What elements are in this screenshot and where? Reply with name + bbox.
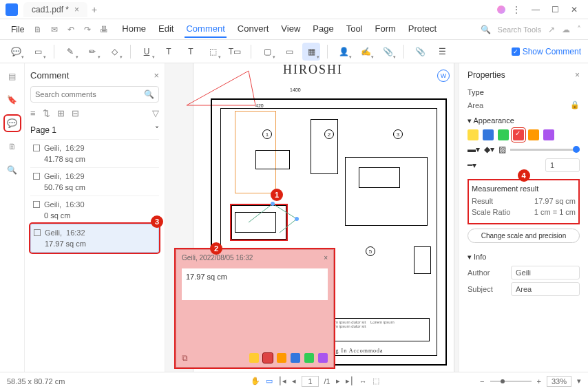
color-purple[interactable] [318, 353, 328, 363]
fit-width-icon[interactable]: ↔ [359, 377, 367, 385]
popup-copy-icon[interactable]: ⧉ [182, 353, 188, 363]
show-comment-toggle[interactable]: ✓ Show Comment [512, 47, 581, 56]
comment-item-2[interactable]: Geili,16:29 50.76 sq cm [30, 167, 159, 196]
mail-icon[interactable]: ✉ [48, 23, 61, 36]
eraser-tool[interactable]: ◇ [105, 43, 123, 61]
color-green[interactable] [304, 353, 314, 363]
attach-tool[interactable]: 📎 [379, 43, 397, 61]
stamp2-tool[interactable]: 👤 [335, 43, 353, 61]
text-tool[interactable]: T [182, 43, 200, 61]
redo-icon[interactable]: ↷ [81, 23, 94, 36]
author-input[interactable] [511, 266, 580, 279]
underline-tool[interactable]: U [138, 43, 156, 61]
pencil-tool[interactable]: ✏ [83, 43, 101, 61]
shape-tool[interactable]: ▢ [258, 43, 276, 61]
menu-tool[interactable]: Tool [345, 21, 364, 38]
opacity-icon[interactable]: ▨ [498, 145, 506, 154]
minimize-icon[interactable]: — [527, 5, 544, 14]
menu-comment[interactable]: Comment [185, 21, 226, 38]
color-blue[interactable] [291, 353, 300, 363]
comment-panel-icon[interactable]: 💬 [5, 116, 20, 131]
clip-icon[interactable]: 📎 [411, 43, 429, 61]
swatch-orange[interactable] [528, 129, 539, 140]
change-scale-button[interactable]: Change scale and precision [468, 229, 580, 243]
search-input[interactable] [35, 90, 144, 98]
swatch-purple[interactable] [543, 129, 554, 140]
color-orange[interactable] [277, 353, 286, 363]
cloud-icon[interactable]: ☁ [562, 25, 570, 34]
popup-close-icon[interactable]: × [324, 254, 328, 262]
comment-list-icon[interactable]: ☰ [433, 43, 451, 61]
collapse-icon[interactable]: ⊟ [72, 108, 79, 118]
swatch-blue[interactable] [483, 129, 494, 140]
next-page-icon[interactable]: ▸ [336, 377, 340, 385]
chevron-up-icon[interactable]: ˄ [577, 25, 581, 34]
highlight-tool[interactable]: ✎ [61, 43, 79, 61]
zoom-dropdown-icon[interactable]: ▾ [577, 377, 581, 385]
zoom-out-icon[interactable]: − [480, 377, 484, 385]
stamp-tool[interactable]: ▭ [280, 43, 298, 61]
search-tools-label[interactable]: Search Tools [498, 25, 541, 34]
search-icon[interactable]: 🔍 [481, 25, 491, 34]
sort-icon[interactable]: ≡ [30, 108, 36, 118]
thickness-input[interactable] [545, 158, 580, 172]
hand-tool-icon[interactable]: ✋ [251, 377, 260, 385]
textbox-tool[interactable]: ▭ [29, 43, 47, 61]
zoom-in-icon[interactable]: + [537, 377, 541, 385]
swatch-yellow[interactable] [468, 129, 479, 140]
prev-page-icon[interactable]: ◂ [292, 377, 296, 385]
lock-icon[interactable]: 🔒 [570, 101, 580, 109]
select-tool-icon[interactable]: ▭ [266, 377, 273, 385]
note-tool[interactable]: 💬 [7, 43, 25, 61]
close-tab-icon[interactable]: × [74, 5, 79, 14]
page-input[interactable]: 1 [302, 376, 318, 387]
menu-form[interactable]: Form [374, 21, 397, 38]
attachment-icon[interactable]: 🗎 [5, 139, 20, 154]
close-window-icon[interactable]: ✕ [566, 5, 582, 14]
menu-edit[interactable]: Edit [157, 21, 175, 38]
callout-tool[interactable]: ⬚ [204, 43, 222, 61]
text-callout-tool[interactable]: T▭ [226, 43, 244, 61]
color-yellow[interactable] [249, 353, 259, 363]
strikeout-tool[interactable]: T [160, 43, 178, 61]
document-tab[interactable]: cad1.pdf * × [23, 2, 87, 17]
thumbnails-icon[interactable]: ▤ [5, 69, 20, 84]
area-annotation[interactable] [242, 198, 311, 240]
app-menu-icon[interactable]: ⋮ [508, 5, 525, 14]
comment-item-1[interactable]: Geili,16:29 41.78 sq cm [30, 139, 159, 167]
zoom-slider[interactable] [490, 381, 532, 382]
menu-protect[interactable]: Protect [407, 21, 438, 38]
comment-popup[interactable]: Geili, 2022/08/05 16:32 × 17.97 sq cm ⧉ [176, 249, 334, 368]
swatch-red[interactable] [513, 129, 524, 140]
last-page-icon[interactable]: ▸⎮ [346, 377, 354, 385]
line-style-icon[interactable]: ━▾ [468, 160, 476, 170]
share-icon[interactable]: ↗ [548, 25, 555, 34]
fit-page-icon[interactable]: ⬚ [372, 377, 379, 385]
search-panel-icon[interactable]: 🔍 [5, 162, 20, 178]
opacity-slider[interactable] [510, 149, 580, 151]
save-icon[interactable]: 🗎 [31, 23, 45, 36]
menu-view[interactable]: View [280, 21, 302, 38]
area-measure-tool[interactable]: ▦ [302, 43, 320, 61]
filter-icon[interactable]: ▽ [152, 108, 159, 118]
menu-home[interactable]: Home [120, 21, 147, 38]
props-close-icon[interactable]: × [575, 70, 580, 80]
signature-tool[interactable]: ✍ [357, 43, 375, 61]
comment-item-4[interactable]: Geili,16:32 17.97 sq cm [30, 224, 159, 253]
panel-close-icon[interactable]: × [154, 70, 159, 81]
menu-page[interactable]: Page [311, 21, 335, 38]
swatch-green[interactable] [498, 129, 509, 140]
fill-color-icon[interactable]: ◆▾ [484, 145, 494, 154]
zoom-value[interactable]: 33% [547, 376, 571, 387]
menu-file[interactable]: File [7, 25, 28, 34]
user-avatar[interactable] [497, 6, 505, 14]
subject-input[interactable] [511, 282, 580, 296]
page-header[interactable]: Page 1 ˅ [30, 125, 159, 135]
undo-icon[interactable]: ↶ [64, 23, 78, 36]
bookmark-icon[interactable]: 🔖 [5, 92, 20, 107]
maximize-icon[interactable]: ☐ [547, 5, 563, 14]
color-red[interactable] [263, 353, 273, 363]
search-comments-box[interactable]: 🔍 [30, 86, 159, 103]
menu-convert[interactable]: Convert [236, 21, 271, 38]
word-export-icon[interactable]: W [437, 70, 450, 82]
